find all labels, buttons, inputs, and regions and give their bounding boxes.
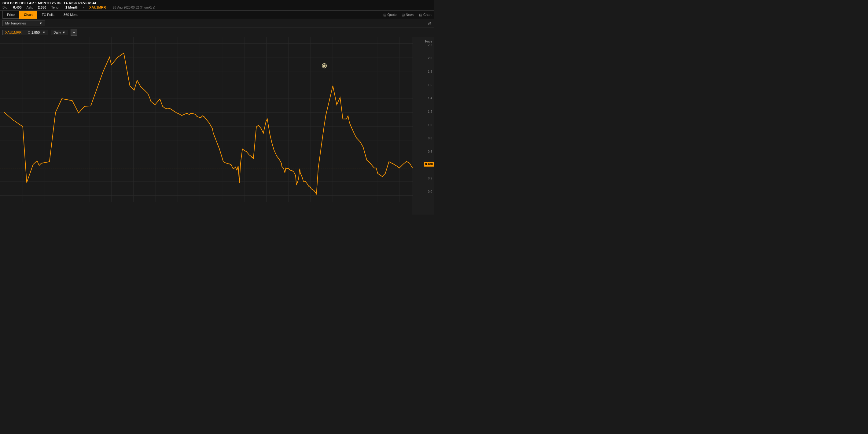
y-axis-title: Price	[425, 40, 432, 43]
instrument-row: XAU1MRR= = C 1.850 ▼ Daily ▼ +	[0, 28, 434, 37]
bid-value: 0.400	[13, 5, 22, 9]
bid-label: Bid:	[2, 5, 8, 9]
dropdown-icon: ▼	[39, 21, 42, 25]
news-link[interactable]: ▤ News	[402, 13, 414, 17]
page-title: GOLD/US DOLLAR 1 MONTH 25 DELTA RISK REV…	[2, 1, 432, 5]
tab-chart[interactable]: Chart	[19, 11, 37, 19]
templates-dropdown[interactable]: My Templates ▼	[2, 20, 45, 26]
y-label-1_8: 1.8	[428, 70, 432, 73]
header-info: Bid: 0.400 Ask: 2.350 Tenor: 1 Month ▪ X…	[2, 5, 432, 9]
templates-row: My Templates ▼ 🖨	[0, 19, 434, 28]
tenor-value: 1 Month	[65, 5, 78, 9]
ticker-separator: ▪	[83, 5, 84, 9]
tab-price[interactable]: Price	[2, 11, 19, 19]
period-select[interactable]: Daily ▼	[51, 30, 68, 35]
news-icon: ▤	[402, 13, 405, 17]
price-chart	[0, 37, 413, 215]
header: GOLD/US DOLLAR 1 MONTH 25 DELTA RISK REV…	[0, 0, 434, 11]
top-nav-right: ▤ Quote ▤ News ▤ Chart	[383, 13, 432, 17]
instrument-badge[interactable]: XAU1MRR= = C 1.850 ▼	[2, 30, 48, 35]
chart-link[interactable]: ▤ Chart	[419, 13, 432, 17]
y-label-2_0: 2.0	[428, 57, 432, 60]
instrument-name: XAU1MRR=	[5, 31, 24, 34]
chart-icon: ▤	[419, 13, 422, 17]
chart-label: Chart	[423, 13, 432, 17]
news-label: News	[406, 13, 414, 17]
ask-value: 2.350	[38, 5, 46, 9]
y-axis: Price 2.2 2.0 1.8 1.6 1.4 1.2 1.0 0.8 0.…	[413, 37, 434, 215]
instrument-dropdown[interactable]: ▼	[42, 31, 45, 34]
period-label: Daily	[54, 31, 61, 34]
top-navigation: Price Chart FX Polls 360 Menu ▤ Quote ▤ …	[0, 11, 434, 19]
tab-fx-polls[interactable]: FX Polls	[37, 11, 59, 19]
y-label-1_4: 1.4	[428, 97, 432, 100]
instrument-value: 1.850	[31, 31, 40, 34]
ask-label: Ask:	[27, 5, 33, 9]
chart-container: May 22 May 28 Jun 03 Jun 09 Jun 15 Jun 1…	[0, 37, 434, 215]
quote-link[interactable]: ▤ Quote	[383, 13, 397, 17]
chart-main: May 22 May 28 Jun 03 Jun 09 Jun 15 Jun 1…	[0, 37, 413, 215]
templates-label: My Templates	[5, 21, 26, 25]
tab-360-menu[interactable]: 360 Menu	[59, 11, 83, 19]
current-price-label: 0.400	[424, 162, 434, 166]
print-button[interactable]: 🖨	[427, 21, 432, 26]
y-label-1_6: 1.6	[428, 84, 432, 87]
instrument-prefix: = C	[25, 31, 30, 34]
y-label-1_0: 1.0	[428, 123, 432, 127]
tenor-label: Tenor:	[51, 5, 61, 9]
quote-label: Quote	[388, 13, 397, 17]
svg-point-32	[323, 64, 326, 67]
y-label-0_8: 0.8	[428, 136, 432, 140]
y-label-2_2: 2.2	[428, 43, 432, 47]
y-label-0_6: 0.6	[428, 150, 432, 153]
nav-tabs: Price Chart FX Polls 360 Menu	[2, 11, 83, 19]
quote-icon: ▤	[383, 13, 386, 17]
add-instrument-button[interactable]: +	[71, 29, 77, 36]
y-label-1_2: 1.2	[428, 110, 432, 114]
y-label-0_0: 0.0	[428, 190, 432, 193]
y-label-0_2: 0.2	[428, 177, 432, 180]
ticker[interactable]: XAU1MRR=	[89, 5, 108, 9]
timestamp: 26-Aug-2020 00:32 (ThomRtrs)	[113, 6, 155, 9]
period-dropdown: ▼	[62, 31, 66, 34]
